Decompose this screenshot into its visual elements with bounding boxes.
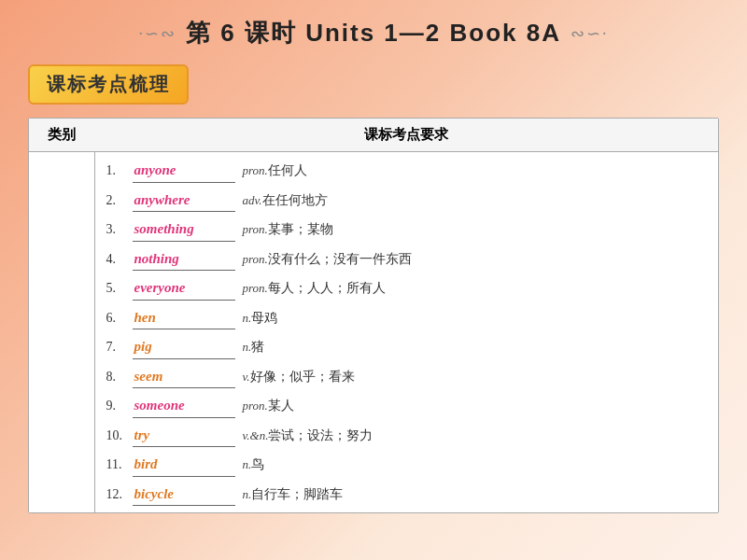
word-blank: seem (133, 365, 235, 389)
vocab-word: something (133, 217, 196, 242)
section-tag: 课标考点梳理 (28, 64, 189, 105)
list-item: 1.anyonepron.任何人 (106, 156, 708, 186)
list-item: 3.somethingpron.某事；某物 (106, 215, 708, 245)
page-title: 第 6 课时 Units 1—2 Book 8A (186, 17, 561, 49)
row-number: 9. (106, 395, 133, 417)
part-of-speech: n. (243, 487, 252, 501)
list-item: 2.anywhereadv.在任何地方 (106, 186, 708, 216)
word-blank: hen (133, 306, 235, 330)
vocab-word: everyone (133, 276, 188, 301)
word-definition: pron.任何人 (243, 160, 307, 182)
list-item: 10.tryv.&n.尝试；设法；努力 (106, 421, 708, 451)
part-of-speech: n. (243, 457, 252, 471)
word-blank: pig (133, 335, 235, 359)
word-definition: n.自行车；脚踏车 (243, 483, 344, 506)
part-of-speech: pron. (243, 399, 268, 413)
part-of-speech: v.&n. (243, 428, 269, 442)
word-blank: something (133, 217, 235, 242)
word-definition: pron.某人 (243, 395, 294, 417)
row-number: 12. (106, 483, 133, 506)
vocab-word: seem (133, 365, 165, 389)
table-body-row: 1.anyonepron.任何人2.anywhereadv.在任何地方3.som… (29, 152, 718, 513)
decoration-right: ∾∽· (571, 23, 609, 44)
row-number: 2. (106, 189, 133, 212)
page-header: ·∽∾ 第 6 课时 Units 1—2 Book 8A ∾∽· (0, 0, 747, 59)
word-blank: anyone (133, 159, 235, 183)
vocab-word: anyone (133, 159, 178, 183)
vocab-word: nothing (133, 247, 181, 272)
word-blank: bird (133, 453, 235, 477)
list-item: 11.birdn.鸟 (106, 450, 708, 480)
part-of-speech: pron. (243, 252, 268, 266)
list-item: 7.pign.猪 (106, 332, 708, 362)
word-definition: v.好像；似乎；看来 (243, 366, 355, 388)
part-of-speech: pron. (243, 222, 268, 236)
vocab-table: 类别 课标考点要求 1.anyonepron.任何人2.anywhereadv.… (29, 119, 718, 512)
word-blank: anywhere (133, 189, 235, 213)
row-number: 11. (106, 454, 133, 476)
word-definition: v.&n.尝试；设法；努力 (243, 425, 374, 447)
row-number: 8. (106, 366, 133, 388)
word-blank: everyone (133, 276, 235, 301)
row-number: 4. (106, 248, 133, 271)
word-definition: pron.没有什么；没有一件东西 (243, 248, 412, 271)
word-blank: someone (133, 394, 235, 418)
row-number: 3. (106, 218, 133, 241)
row-number: 10. (106, 425, 133, 447)
decoration-left: ·∽∾ (139, 23, 177, 44)
word-blank: bicycle (133, 483, 235, 507)
vocab-word: anywhere (133, 189, 192, 213)
list-item: 9.someonepron.某人 (106, 391, 708, 421)
category-cell (29, 152, 94, 513)
word-definition: n.母鸡 (243, 307, 278, 329)
part-of-speech: n. (243, 311, 252, 325)
part-of-speech: pron. (243, 281, 268, 295)
row-number: 7. (106, 336, 133, 358)
list-item: 4.nothingpron.没有什么；没有一件东西 (106, 245, 708, 274)
vocab-word: pig (133, 335, 154, 359)
word-blank: try (133, 424, 235, 448)
list-item: 6.henn.母鸡 (106, 303, 708, 333)
col1-header: 类别 (29, 119, 94, 152)
word-definition: adv.在任何地方 (243, 189, 328, 212)
word-definition: pron.每人；人人；所有人 (243, 277, 386, 300)
part-of-speech: adv. (243, 193, 262, 207)
word-definition: n.猪 (243, 336, 265, 358)
content-cell: 1.anyonepron.任何人2.anywhereadv.在任何地方3.som… (94, 152, 718, 513)
vocab-table-container: 类别 课标考点要求 1.anyonepron.任何人2.anywhereadv.… (28, 118, 719, 513)
part-of-speech: v. (243, 370, 250, 384)
row-number: 5. (106, 277, 133, 300)
list-item: 5.everyonepron.每人；人人；所有人 (106, 273, 708, 303)
word-definition: n.鸟 (243, 454, 265, 476)
list-item: 8.seemv.好像；似乎；看来 (106, 362, 708, 392)
word-blank: nothing (133, 247, 235, 272)
list-item: 12.bicyclen.自行车；脚踏车 (106, 480, 708, 510)
vocab-word: hen (133, 306, 158, 330)
vocab-word: someone (133, 394, 187, 418)
part-of-speech: pron. (243, 163, 268, 177)
vocab-word: bicycle (133, 483, 176, 507)
row-number: 1. (106, 160, 133, 182)
vocab-word: try (133, 424, 152, 448)
part-of-speech: n. (243, 340, 252, 354)
word-definition: pron.某事；某物 (243, 218, 333, 241)
col2-header: 课标考点要求 (94, 119, 718, 152)
vocab-word: bird (133, 453, 160, 477)
row-number: 6. (106, 307, 133, 329)
